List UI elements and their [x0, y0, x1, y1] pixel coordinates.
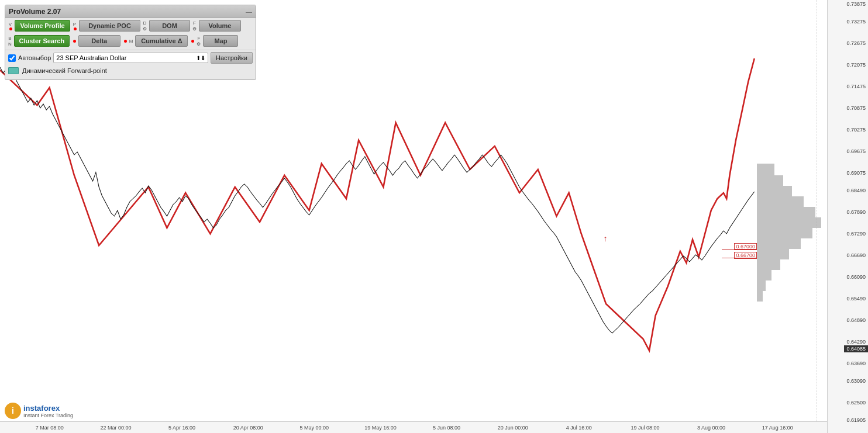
time-label-3: 5 Apr 16:00: [168, 425, 195, 431]
instrument-row: Автовыбор 23 SEP Australian Dollar ⬆⬇ На…: [5, 50, 256, 65]
panel-title-bar[interactable]: ProVolume 2.07 —: [5, 5, 256, 18]
price-0.70875: 0.70875: [846, 105, 866, 111]
cluster-search-button[interactable]: Cluster Search: [14, 35, 70, 47]
price-line-0.67000: [722, 249, 757, 250]
dynamic-poc-button[interactable]: Dynamic POC: [79, 20, 140, 32]
time-label-7: 5 Jun 08:00: [433, 425, 460, 431]
up-arrow-indicator: ↑: [603, 234, 607, 243]
panel-title: ProVolume 2.07: [9, 8, 61, 16]
svg-rect-11: [757, 270, 771, 280]
price-0.73875: 0.73875: [846, 1, 866, 7]
price-highlight-0.64085: 0.64085: [844, 345, 868, 352]
svg-rect-13: [757, 291, 763, 302]
logo: i instaforex Instant Forex Trading: [2, 401, 75, 420]
volume-profile-dot: [9, 27, 12, 30]
price-0.68490: 0.68490: [846, 188, 866, 193]
forward-point-row: Динамический Forward-point: [5, 65, 256, 76]
time-label-12: 17 Aug 16:00: [762, 425, 793, 431]
cumulative-button[interactable]: Cumulative Δ: [135, 35, 188, 47]
autoselect-label[interactable]: Автовыбор: [8, 54, 51, 62]
price-0.69675: 0.69675: [846, 148, 866, 154]
time-label-11: 3 Aug 00:00: [697, 425, 725, 431]
svg-rect-8: [757, 238, 801, 249]
svg-rect-4: [757, 196, 804, 207]
instrument-select[interactable]: 23 SEP Australian Dollar ⬆⬇: [53, 53, 208, 63]
settings-button[interactable]: Настройки: [211, 52, 253, 64]
svg-rect-1: [757, 164, 774, 175]
volume-button[interactable]: Volume: [199, 20, 241, 32]
svg-rect-5: [757, 207, 815, 217]
logo-main-text: instaforex: [23, 404, 73, 413]
price-line-0.66700: [722, 258, 757, 258]
price-0.67890: 0.67890: [846, 209, 866, 215]
svg-rect-7: [757, 228, 812, 238]
time-label-4: 20 Apr 08:00: [233, 425, 263, 431]
cumulative-dot: [191, 40, 194, 43]
time-label-8: 20 Jun 00:00: [498, 425, 528, 431]
svg-rect-9: [757, 249, 789, 259]
volume-profile-button[interactable]: Volume Profile: [15, 20, 70, 32]
buttons-row-1: V Volume Profile P Dynamic POC D ⚙ DOM F…: [5, 18, 256, 33]
price-0.65490: 0.65490: [846, 296, 866, 302]
price-0.66090: 0.66090: [846, 274, 866, 280]
price-0.73275: 0.73275: [846, 19, 866, 25]
price-0.70275: 0.70275: [846, 127, 866, 133]
price-0.72675: 0.72675: [846, 40, 866, 46]
teal-color-indicator: [8, 67, 19, 74]
time-label-6: 19 May 16:00: [364, 425, 397, 431]
svg-rect-3: [757, 186, 792, 196]
dynamic-poc-dot: [74, 27, 77, 30]
time-label-5: 5 May 00:00: [300, 425, 329, 431]
price-0.67290: 0.67290: [846, 231, 866, 237]
price-0.63690: 0.63690: [846, 361, 866, 366]
price-0.64890: 0.64890: [846, 317, 866, 323]
volume-histogram: [757, 0, 827, 421]
price-0.63090: 0.63090: [846, 378, 866, 384]
time-label-10: 19 Jul 08:00: [631, 425, 659, 431]
price-0.72075: 0.72075: [846, 62, 866, 68]
logo-icon: i: [5, 403, 21, 419]
instrument-value: 23 SEP Australian Dollar: [56, 54, 126, 61]
chevron-icon: ⬆⬇: [196, 55, 205, 61]
svg-rect-6: [757, 217, 821, 228]
svg-rect-12: [757, 280, 766, 291]
x-axis: 7 Mar 08:00 22 Mar 00:00 5 Apr 16:00 20 …: [0, 421, 827, 433]
delta-dot: [124, 40, 127, 43]
time-label-1: 7 Mar 08:00: [36, 425, 64, 431]
provolume-panel: ProVolume 2.07 — V Volume Profile P Dyna…: [5, 5, 256, 80]
svg-rect-10: [757, 259, 780, 270]
autoselect-checkbox[interactable]: [8, 54, 16, 62]
price-0.61905: 0.61905: [846, 417, 866, 423]
time-label-2: 22 Mar 00:00: [100, 425, 131, 431]
svg-rect-2: [757, 175, 783, 186]
cluster-search-dot: [73, 40, 76, 43]
price-0.66690: 0.66690: [846, 252, 866, 258]
delta-button[interactable]: Delta: [78, 35, 120, 47]
map-button[interactable]: Map: [203, 35, 238, 47]
y-axis: 0.73875 0.73275 0.72675 0.72075 0.71475 …: [827, 0, 868, 433]
forward-point-label: Динамический Forward-point: [22, 67, 107, 74]
buttons-row-2: B N Cluster Search Delta M Cumulative Δ …: [5, 33, 256, 49]
price-0.64290: 0.64290: [846, 339, 866, 345]
panel-close-button[interactable]: —: [246, 8, 252, 15]
time-label-9: 4 Jul 16:00: [566, 425, 592, 431]
price-0.62500: 0.62500: [846, 400, 866, 406]
price-0.71475: 0.71475: [846, 84, 866, 89]
dom-button[interactable]: DOM: [149, 20, 190, 32]
logo-sub-text: Instant Forex Trading: [23, 413, 73, 418]
chart-area: AUDUSD,H4 0.738: [0, 0, 868, 433]
price-0.69075: 0.69075: [846, 170, 866, 176]
